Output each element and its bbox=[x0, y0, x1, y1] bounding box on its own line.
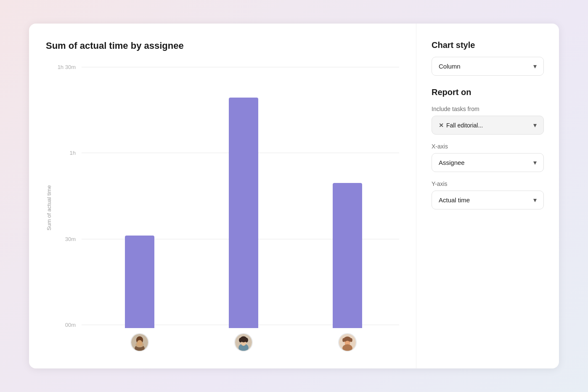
chart-area: Sum of actual time by assignee Sum of ac… bbox=[29, 24, 416, 368]
y-axis-label: Sum of actual time bbox=[46, 64, 52, 352]
chart-container: Sum of actual time 1h 30m 1h 30m bbox=[46, 64, 399, 352]
avatar-3 bbox=[338, 333, 357, 352]
chart-grid: 1h 30m 1h 30m 00m bbox=[56, 64, 399, 328]
svg-point-16 bbox=[342, 338, 344, 342]
grid-label-1h30m: 1h 30m bbox=[56, 64, 82, 70]
chart-style-chevron-icon: ▾ bbox=[533, 62, 537, 70]
grid-label-30m: 30m bbox=[56, 236, 82, 242]
chart-inner: 1h 30m 1h 30m 00m bbox=[56, 64, 399, 352]
bar-3 bbox=[333, 183, 362, 328]
y-axis-value: Actual time bbox=[439, 196, 470, 204]
x-axis-labels bbox=[56, 333, 399, 352]
x-axis-chevron-icon: ▾ bbox=[533, 159, 537, 167]
svg-point-5 bbox=[137, 340, 142, 347]
report-on-section: Report on Include tasks from ✕ Fall edit… bbox=[432, 87, 544, 209]
svg-point-12 bbox=[245, 338, 248, 342]
chart-style-value: Column bbox=[439, 63, 461, 70]
y-axis-dropdown[interactable]: Actual time ▾ bbox=[432, 191, 544, 209]
svg-point-17 bbox=[350, 338, 352, 342]
include-tasks-value: Fall editorial... bbox=[446, 122, 483, 129]
bar-group-3 bbox=[333, 183, 362, 328]
chart-title: Sum of actual time by assignee bbox=[46, 40, 399, 51]
bar-group-2 bbox=[229, 98, 258, 328]
bar-group-1 bbox=[125, 236, 154, 328]
grid-label-00m: 00m bbox=[56, 322, 82, 328]
y-axis-label: Y-axis bbox=[432, 180, 544, 187]
include-tasks-dropdown[interactable]: ✕ Fall editorial... ▾ bbox=[432, 116, 544, 135]
x-axis-label: X-axis bbox=[432, 143, 544, 150]
include-tasks-chevron-icon: ▾ bbox=[533, 121, 537, 129]
avatar-2 bbox=[234, 333, 253, 352]
bar-1 bbox=[125, 236, 154, 328]
tag-close-icon[interactable]: ✕ bbox=[439, 122, 444, 129]
chart-style-dropdown[interactable]: Column ▾ bbox=[432, 57, 544, 76]
y-axis-chevron-icon: ▾ bbox=[533, 196, 537, 204]
report-on-title: Report on bbox=[432, 87, 544, 97]
main-card: Sum of actual time by assignee Sum of ac… bbox=[29, 24, 559, 368]
bars-row bbox=[87, 64, 399, 328]
svg-point-11 bbox=[239, 338, 242, 342]
chart-style-title: Chart style bbox=[432, 40, 544, 50]
svg-point-19 bbox=[342, 344, 352, 352]
include-tasks-label: Include tasks from bbox=[432, 106, 544, 112]
grid-label-1h: 1h bbox=[56, 150, 82, 156]
tag-content: ✕ Fall editorial... bbox=[439, 122, 483, 129]
x-axis-dropdown[interactable]: Assignee ▾ bbox=[432, 153, 544, 172]
bar-2 bbox=[229, 98, 258, 328]
x-axis-value: Assignee bbox=[439, 159, 465, 166]
avatar-1 bbox=[130, 333, 149, 352]
settings-panel: Chart style Column ▾ Report on Include t… bbox=[416, 24, 559, 368]
